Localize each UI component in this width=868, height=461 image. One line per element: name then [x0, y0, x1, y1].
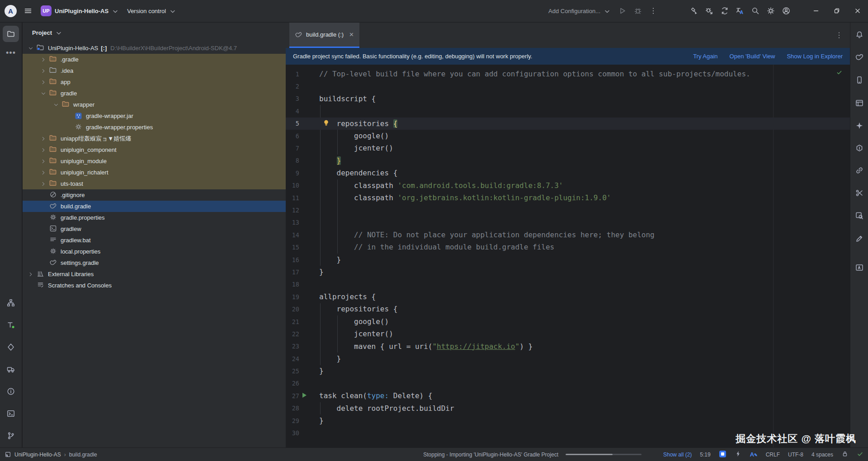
status-5-19[interactable]: 5:19: [700, 452, 710, 458]
status-utf-8[interactable]: UTF-8: [788, 452, 803, 458]
status-4-spaces[interactable]: 4 spaces: [811, 452, 833, 458]
chevron-right-icon[interactable]: [38, 169, 48, 176]
account-icon[interactable]: [778, 4, 794, 18]
main-menu-button[interactable]: [19, 4, 37, 18]
code-line-24[interactable]: 24 }: [286, 353, 850, 365]
code-line-17[interactable]: 17}: [286, 266, 850, 278]
chevron-down-icon[interactable]: [26, 45, 36, 52]
vcs-widget-button[interactable]: Version control: [123, 5, 180, 17]
link-icon[interactable]: [854, 165, 865, 176]
project-panel-title[interactable]: Project: [32, 29, 52, 36]
code-line-29[interactable]: 29}: [286, 414, 850, 427]
device-icon[interactable]: [854, 75, 865, 85]
code-line-18[interactable]: 18: [286, 278, 850, 291]
more-tool-windows-icon[interactable]: •••: [6, 48, 16, 58]
code-line-23[interactable]: 23 maven { url = uri("https://jitpack.io…: [286, 340, 850, 353]
scissors-icon[interactable]: [854, 188, 865, 198]
jitpack-link[interactable]: https://jitpack.io: [437, 342, 515, 351]
lightning-icon[interactable]: [735, 450, 742, 459]
green-check-icon[interactable]: [857, 451, 863, 459]
tool-windows-icon[interactable]: [5, 451, 11, 458]
magnifier-box-icon[interactable]: [854, 210, 865, 221]
banner-action-open-build-view[interactable]: Open 'Build' View: [730, 53, 775, 60]
debug-button[interactable]: [630, 4, 646, 18]
code-line-25[interactable]: 25}: [286, 365, 850, 377]
hexagon-icon[interactable]: [854, 143, 865, 154]
progress-widget[interactable]: Stopping - Importing 'UniPlugin-Hello-AS…: [423, 452, 642, 458]
code-line-2[interactable]: 2: [286, 80, 850, 92]
breadcrumb-project[interactable]: UniPlugin-Hello-AS: [14, 452, 61, 458]
code-line-16[interactable]: 16 }: [286, 254, 850, 266]
code-line-5[interactable]: 5 repositories {: [286, 118, 850, 130]
tree-item-gradlew-bat[interactable]: gradlew.bat: [23, 235, 286, 246]
tree-item--idea[interactable]: .idea: [23, 65, 286, 76]
info-circle-icon[interactable]: [5, 386, 16, 397]
tree-item-uniplugin-component[interactable]: uniplugin_component: [23, 144, 286, 155]
chevron-right-icon[interactable]: [38, 136, 48, 142]
tree-item-gradle-wrapper-properties[interactable]: gradle-wrapper.properties: [23, 122, 286, 133]
tree-item-scratches-and-consoles[interactable]: Scratches and Consoles: [23, 280, 286, 291]
tree-item-wrapper[interactable]: wrapper: [23, 99, 286, 110]
terminal-icon[interactable]: [5, 408, 16, 419]
project-widget-button[interactable]: UP UniPlugin-Hello-AS: [37, 3, 123, 19]
close-button[interactable]: [847, 0, 868, 22]
panel-rows-icon[interactable]: [854, 98, 865, 108]
code-line-22[interactable]: 22 jcenter(): [286, 328, 850, 340]
code-line-21[interactable]: 21 google(): [286, 315, 850, 328]
chevron-right-icon[interactable]: [38, 56, 48, 63]
tree-item-uniplugin-module[interactable]: uniplugin_module: [23, 155, 286, 167]
tree-item-gradle[interactable]: gradle: [23, 88, 286, 99]
tree-item--gitignore[interactable]: .gitignore: [23, 189, 286, 201]
tree-item-gradle-properties[interactable]: gradle.properties: [23, 212, 286, 223]
chevron-right-icon[interactable]: [38, 79, 48, 85]
tree-item-app[interactable]: app: [23, 76, 286, 88]
sync-icon[interactable]: [717, 4, 732, 18]
restore-button[interactable]: [826, 0, 847, 22]
code-line-1[interactable]: 1// Top-level build file where you can a…: [286, 68, 850, 80]
banner-action-try-again[interactable]: Try Again: [693, 53, 717, 60]
banner-action-show-log-in-explorer[interactable]: Show Log in Explorer: [787, 53, 843, 60]
diamond-icon[interactable]: [5, 342, 16, 353]
build-run-icon[interactable]: [686, 4, 702, 18]
elephant-icon[interactable]: [854, 52, 865, 62]
project-tool-button[interactable]: [3, 26, 19, 42]
panel-a-icon[interactable]: [854, 262, 865, 273]
lock-icon[interactable]: [841, 450, 849, 459]
tree-item-external-libraries[interactable]: External Libraries: [23, 268, 286, 280]
tree-item-local-properties[interactable]: local.properties: [23, 246, 286, 257]
code-line-11[interactable]: 11 classpath 'org.jetbrains.kotlin:kotli…: [286, 192, 850, 204]
tab-build-gradle[interactable]: build.gradle (:) ✕: [289, 23, 359, 48]
code-line-6[interactable]: 6 google(): [286, 130, 850, 142]
translate-t-icon[interactable]: [5, 320, 16, 330]
status-show-all-2-[interactable]: Show all (2): [663, 452, 692, 458]
code-line-19[interactable]: 19allprojects {: [286, 291, 850, 303]
chevron-down-icon[interactable]: [38, 90, 48, 97]
run-configuration-selector[interactable]: Add Configuration...: [544, 5, 615, 17]
code-line-7[interactable]: 7 jcenter(): [286, 142, 850, 154]
code-line-10[interactable]: 10 classpath 'com.android.tools.build:gr…: [286, 179, 850, 192]
bell-icon[interactable]: [854, 29, 865, 40]
code-line-20[interactable]: 20 repositories {: [286, 303, 850, 315]
hierarchy-icon[interactable]: [5, 297, 16, 308]
translate-a-icon[interactable]: A✎: [750, 451, 758, 458]
minimize-button[interactable]: [806, 0, 826, 22]
truck-icon[interactable]: [5, 364, 16, 375]
sparkle-icon[interactable]: [854, 120, 865, 131]
inspections-ok-icon[interactable]: [836, 69, 843, 76]
status-crlf[interactable]: CRLF: [766, 452, 780, 458]
tree-item-gradlew[interactable]: gradlew: [23, 223, 286, 235]
chevron-right-icon[interactable]: [38, 68, 48, 74]
tree-item--gradle[interactable]: .gradle: [23, 54, 286, 65]
pencil-icon[interactable]: [854, 233, 865, 244]
run-button[interactable]: [615, 4, 630, 18]
code-area[interactable]: 1// Top-level build file where you can a…: [286, 65, 850, 447]
chevron-right-icon[interactable]: [38, 181, 48, 187]
tree-item-uniplugin-richalert[interactable]: uniplugin_richalert: [23, 167, 286, 178]
code-line-14[interactable]: 14 // NOTE: Do not place your applicatio…: [286, 229, 850, 241]
translate-icon[interactable]: A: [732, 4, 748, 18]
breadcrumb-file[interactable]: build.gradle: [69, 452, 97, 458]
tree-item-build-gradle[interactable]: build.gradle: [23, 201, 286, 212]
editor-options-icon[interactable]: [828, 31, 850, 40]
code-line-15[interactable]: 15 // in the individual module build.gra…: [286, 241, 850, 253]
tree-item-uniapp-[interactable]: uniapp绀轰緥宸ョ▼婧愮爜: [23, 133, 286, 144]
